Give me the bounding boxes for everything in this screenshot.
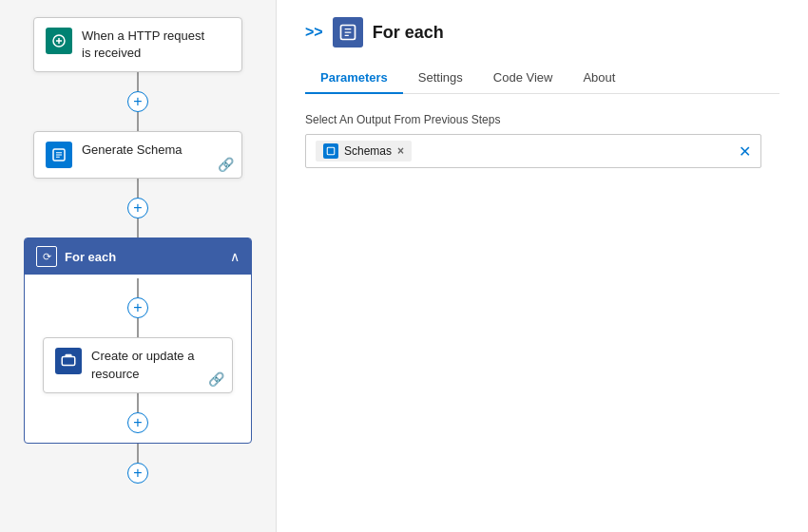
generate-schema-label: Generate Schema — [82, 142, 183, 159]
connector-line — [137, 179, 139, 198]
foreach-loop-icon: ⟳ — [36, 246, 57, 267]
foreach-header-label: For each — [65, 250, 116, 264]
add-step-button-bottom[interactable]: + — [127, 463, 148, 484]
parameters-content: Select An Output From Previous Steps Sch… — [305, 113, 779, 168]
right-panel-header: >> For each — [305, 17, 779, 48]
output-input-container[interactable]: Schemas × ✕ — [305, 134, 761, 168]
connector-line — [137, 318, 139, 337]
connector-line — [137, 393, 139, 412]
add-step-button-2[interactable]: + — [127, 198, 148, 218]
schema-tag-icon — [323, 143, 338, 159]
add-inner-step-button[interactable]: + — [127, 297, 148, 318]
connector-line — [137, 444, 139, 463]
foreach-collapse-button[interactable]: ∧ — [230, 249, 240, 264]
connector-2: + — [127, 179, 148, 238]
right-panel: >> For each Parameters Settings Code Vie… — [277, 0, 808, 532]
schema-tag-remove-button[interactable]: × — [397, 144, 404, 158]
create-resource-label: Create or update aresource — [91, 348, 194, 382]
http-trigger-node[interactable]: When a HTTP requestis received — [33, 17, 242, 72]
connector-1: + — [127, 72, 148, 131]
tab-about[interactable]: About — [568, 63, 630, 94]
foreach-panel-icon — [333, 17, 363, 48]
tabs-container: Parameters Settings Code View About — [305, 63, 779, 94]
foreach-container: ⟳ For each ∧ + Create or update are — [24, 238, 252, 443]
connector-line — [137, 278, 139, 297]
connector-line — [137, 218, 139, 238]
flow-diagram: When a HTTP requestis received + Generat… — [0, 17, 276, 484]
add-inner-step-button-2[interactable]: + — [127, 412, 148, 433]
schema-tag: Schemas × — [316, 141, 412, 162]
generate-schema-icon — [46, 142, 72, 168]
input-clear-button[interactable]: ✕ — [739, 142, 751, 161]
link-icon-2: 🔗 — [208, 371, 224, 387]
inner-connector-2: + — [127, 393, 148, 433]
create-resource-node[interactable]: Create or update aresource 🔗 — [43, 337, 233, 392]
add-step-button-1[interactable]: + — [127, 91, 148, 112]
foreach-header[interactable]: ⟳ For each ∧ — [25, 238, 251, 275]
connector-line — [137, 112, 139, 131]
right-panel-title: For each — [373, 23, 444, 43]
foreach-header-left: ⟳ For each — [36, 246, 116, 267]
tab-settings[interactable]: Settings — [403, 63, 478, 94]
generate-schema-node[interactable]: Generate Schema 🔗 — [33, 131, 242, 179]
inner-connector-1: + — [127, 278, 148, 337]
foreach-body: + Create or update aresource 🔗 + — [25, 275, 251, 432]
output-form-label: Select An Output From Previous Steps — [305, 113, 779, 126]
http-trigger-label: When a HTTP requestis received — [82, 28, 204, 62]
svg-rect-2 — [62, 357, 75, 366]
flow-canvas: When a HTTP requestis received + Generat… — [0, 0, 276, 532]
http-trigger-icon — [46, 28, 72, 54]
tab-code-view[interactable]: Code View — [478, 63, 568, 94]
link-icon-1: 🔗 — [218, 157, 234, 172]
back-arrows[interactable]: >> — [305, 24, 323, 41]
connector-bottom: + — [127, 444, 148, 484]
svg-rect-4 — [327, 147, 335, 155]
schema-tag-label: Schemas — [344, 144, 392, 158]
tab-parameters[interactable]: Parameters — [305, 63, 403, 94]
create-resource-icon — [55, 348, 82, 374]
connector-line — [137, 72, 139, 91]
